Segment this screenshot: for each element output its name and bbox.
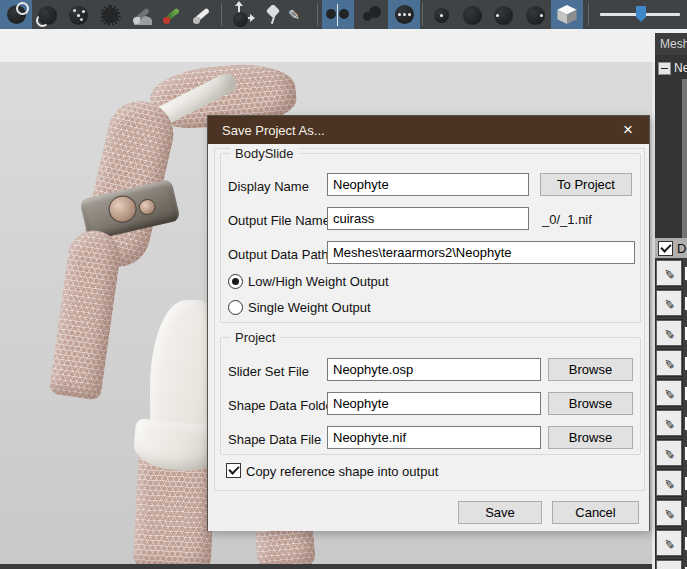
weight-brush-icon [162,4,184,26]
panel-checkbox[interactable] [658,241,673,256]
brush-falloff-center-button[interactable] [428,3,454,27]
slider-edit-button[interactable]: ✎ [656,380,682,406]
slider-edit-button[interactable]: ✎ [656,500,682,526]
toolbar-separator [317,3,318,26]
slider-edit-button[interactable]: ✎ [656,410,682,436]
pencil-icon: ✎ [663,446,675,460]
shape-data-folder-browse-button[interactable]: Browse [548,392,633,415]
tree-collapse-icon[interactable] [658,62,671,75]
slider-row: ✎ [655,438,687,468]
pencil-icon: ✎ [663,326,675,340]
to-project-button[interactable]: To Project [540,173,632,196]
smooth-brush-button[interactable] [97,3,123,27]
display-name-input[interactable] [327,173,529,196]
falloff-center-icon [434,8,449,23]
copy-reference-checkbox[interactable] [226,463,241,478]
output-file-name-input[interactable] [327,207,529,230]
falloff-left-icon [494,6,513,25]
slider-edit-button[interactable]: ✎ [656,260,682,286]
brush-falloff-left-button[interactable] [490,3,516,27]
toolbar-separator [221,3,222,26]
cube-icon [557,5,577,25]
toolbar-lower-strip [0,29,687,62]
slider-row: ✎ [655,348,687,378]
dialog-title: Save Project As... [208,123,325,138]
edit-pencil-tool-button[interactable]: ✎ [284,3,304,27]
slider-edit-button[interactable]: ✎ [656,290,682,316]
mesh-tree-item[interactable]: Neophyte [658,61,687,75]
falloff-right-icon [526,6,545,25]
x-mirror-button[interactable] [322,0,354,29]
shape-data-file-label: Shape Data File [228,432,321,447]
bodyslide-group-label: BodySlide [230,146,299,161]
pencil-icon: ✎ [663,416,675,430]
color-brush-button[interactable] [190,3,216,27]
slider-row: ✎ [655,498,687,528]
pencil-icon: ✎ [288,8,300,22]
slider-set-browse-button[interactable]: Browse [548,358,633,381]
merge-vertices-icon [395,5,414,24]
pencil-icon: ✎ [663,506,675,520]
fov-slider-thumb[interactable] [636,6,646,22]
armband-rivet-large [106,193,139,226]
wireframe-toggle-button[interactable] [551,0,583,29]
x-mirror-icon [326,4,350,26]
move-brush-button[interactable] [65,3,91,27]
transform-tool-button[interactable] [230,3,256,27]
mesh-tree-item-label: Neophyte [674,61,687,75]
meshes-tree: Neophyte [655,55,687,238]
pencil-icon: ✎ [663,386,675,400]
transform-tool-icon [232,4,254,26]
inflate-brush-button[interactable] [0,0,32,29]
shape-data-folder-label: Shape Data Folder [228,398,337,413]
slider-edit-list: ✎ ✎ ✎ ✎ ✎ ✎ ✎ [655,258,687,569]
mesh-forearm [49,227,124,401]
output-file-suffix: _0/_1.nif [542,212,592,227]
brush-falloff-full-button[interactable] [459,3,485,27]
shape-data-folder-input[interactable] [327,392,541,415]
mask-brush-button[interactable] [130,3,156,27]
pin-tool-button[interactable] [260,3,286,27]
deflate-brush-button[interactable] [34,3,60,27]
slider-edit-button[interactable]: ✎ [656,440,682,466]
slider-edit-button[interactable]: ✎ [656,560,682,569]
merge-vertices-button[interactable] [388,0,420,29]
single-weight-label[interactable]: Single Weight Output [248,300,371,315]
single-weight-radio[interactable] [228,300,243,315]
outfit-studio-window: ✎ [0,0,687,569]
slider-edit-button[interactable]: ✎ [656,470,682,496]
color-brush-icon [192,4,214,26]
slider-edit-button[interactable]: ✎ [656,530,682,556]
slider-row: ✎ [655,558,687,569]
move-brush-icon [69,6,88,25]
panel-checkbox-row: D [655,238,687,258]
slider-set-file-input[interactable] [327,358,541,381]
close-icon[interactable]: × [611,116,645,144]
falloff-full-icon [463,6,482,25]
toolbar-separator [422,3,423,26]
fov-slider[interactable] [598,0,684,29]
brush-falloff-right-button[interactable] [522,3,548,27]
viewport-bottom-strip [0,564,652,569]
meshes-panel: Meshes Neophyte D ✎ ✎ ✎ ✎ [655,33,687,569]
slider-edit-button[interactable]: ✎ [656,320,682,346]
slider-row: ✎ [655,528,687,558]
slider-row: ✎ [655,378,687,408]
deflate-brush-icon [38,6,57,25]
pencil-icon: ✎ [663,356,675,370]
connected-only-button[interactable] [360,3,386,27]
shape-data-file-browse-button[interactable]: Browse [548,426,633,449]
shape-data-file-input[interactable] [327,426,541,449]
slider-row: ✎ [655,408,687,438]
tree-scrollbar[interactable] [682,79,687,258]
cancel-button[interactable]: Cancel [552,501,639,524]
low-high-weight-radio[interactable] [228,274,243,289]
slider-edit-button[interactable]: ✎ [656,350,682,376]
weight-brush-button[interactable] [160,3,186,27]
low-high-weight-label[interactable]: Low/High Weight Output [248,274,389,289]
output-data-path-input[interactable] [327,241,635,264]
pencil-icon: ✎ [663,536,675,550]
save-button[interactable]: Save [458,501,542,524]
save-project-dialog: Save Project As... × BodySlide Display N… [207,115,650,531]
copy-reference-label[interactable]: Copy reference shape into output [246,464,438,479]
